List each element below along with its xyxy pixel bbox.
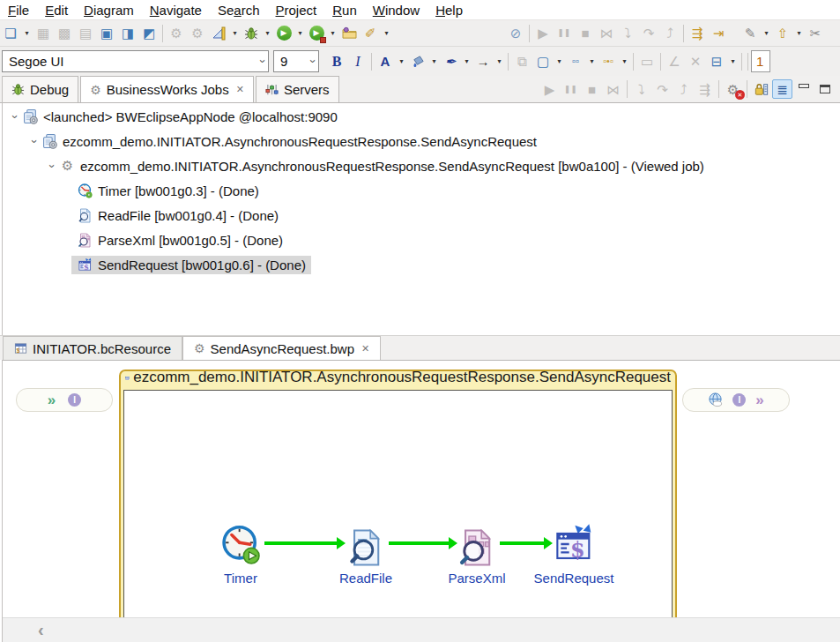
deploy-application-button[interactable]: ◨ (117, 23, 138, 44)
font-color-dropdown[interactable]: ▾ (396, 57, 407, 65)
menu-window[interactable]: Window (365, 0, 427, 19)
measure-button[interactable] (208, 23, 229, 44)
transition-readfile-parsexml[interactable] (389, 541, 449, 545)
font-size-select[interactable]: 9› (273, 50, 319, 72)
distribute-button[interactable]: ▫•▫ (598, 51, 619, 72)
disconnect-job-button[interactable]: ⋈ (603, 79, 623, 99)
menu-navigate[interactable]: Navigate (142, 0, 210, 19)
close-icon[interactable]: ✕ (236, 84, 244, 95)
print-button[interactable]: ▤ (75, 23, 96, 44)
remove-route-button[interactable]: ✕ (685, 51, 706, 72)
step-into-button[interactable]: ⤵ (617, 23, 638, 44)
save-all-button[interactable]: ▩ (54, 23, 75, 44)
step-over-button[interactable]: ↷ (638, 23, 659, 44)
step-return-job-button[interactable]: ⤴ (673, 79, 694, 99)
debug-dropdown[interactable]: ▾ (262, 29, 273, 37)
line-color-button[interactable]: ✒ (440, 51, 461, 72)
stop-job-button[interactable]: ■ (582, 79, 602, 99)
new-wizard-button[interactable]: ❏ (0, 23, 21, 44)
activity-parsexml[interactable] (457, 528, 496, 567)
activity-timer[interactable] (220, 525, 261, 565)
menu-search[interactable]: Search (210, 0, 268, 19)
tree-row-appnode[interactable]: › <launched> BWEclipseAppNode @localhost… (3, 104, 838, 129)
tab-debug[interactable]: Debug (2, 76, 78, 102)
new-dropdown[interactable]: ▾ (21, 29, 33, 37)
menu-run[interactable]: Run (324, 0, 365, 19)
measure-dropdown[interactable]: ▾ (229, 29, 241, 37)
fill-color-dropdown[interactable]: ▾ (428, 57, 440, 65)
suspend-button[interactable]: ❚❚ (554, 23, 575, 44)
info-icon[interactable]: I (732, 393, 746, 407)
clipped-edge-button[interactable]: ✂ (805, 23, 826, 44)
step-return-button[interactable]: ⤴ (659, 23, 680, 44)
line-color-dropdown[interactable]: ▾ (461, 57, 472, 65)
tab-businessworks-jobs[interactable]: ⚙ BusinessWorks Jobs ✕ (80, 76, 254, 102)
menu-file[interactable]: File (0, 0, 37, 19)
suspend-job-button[interactable]: ❚❚ (561, 79, 581, 99)
menu-diagram[interactable]: Diagram (76, 0, 142, 19)
split-view-button[interactable]: ⊟ (706, 51, 727, 72)
commit-button[interactable]: ✎ (740, 23, 761, 44)
chevron-expanded-icon[interactable]: › (9, 109, 22, 123)
font-family-select[interactable]: Segoe UI› (2, 50, 269, 72)
activity-sendrequest[interactable] (553, 523, 595, 565)
profile-launch-button[interactable]: ▶ (306, 23, 327, 44)
clean-diagram-button[interactable]: ✐ (360, 23, 381, 44)
zoom-level-input[interactable]: 1 (751, 50, 770, 72)
green-chevrons-icon[interactable]: » (48, 392, 56, 407)
chevron-expanded-icon[interactable]: › (46, 159, 59, 173)
align-button[interactable]: ▫▫ (565, 51, 586, 72)
menu-help[interactable]: Help (427, 0, 471, 19)
configure-application-button[interactable]: ◩ (138, 23, 160, 44)
globe-cloud-icon[interactable] (708, 392, 723, 407)
clean-dropdown[interactable]: ▾ (381, 29, 392, 37)
minimize-button[interactable] (793, 79, 814, 99)
activity-label-parsexml[interactable]: ParseXml (440, 571, 514, 586)
transition-parsexml-sendrequest[interactable] (500, 541, 544, 545)
run-launch-button[interactable]: ▶ (273, 23, 294, 44)
info-icon[interactable]: I (68, 393, 81, 407)
profile-dropdown[interactable]: ▾ (327, 29, 338, 37)
horizontal-scrollbar[interactable]: ‹ (3, 617, 840, 642)
build-automatically-button[interactable]: ⚙ (187, 23, 208, 44)
resume-button[interactable]: ▶ (532, 23, 554, 44)
close-icon[interactable]: ✕ (361, 343, 369, 355)
job-statistics-button[interactable] (751, 79, 771, 99)
copy-appearance-button[interactable]: ⧉ (511, 51, 532, 72)
terminate-button[interactable]: ■ (575, 23, 596, 44)
tab-sendasyncrequest-bwp[interactable]: ⚙ SendAsyncRequest.bwp ✕ (182, 336, 381, 360)
scroll-left-icon[interactable]: ‹ (38, 620, 44, 640)
show-execution-button[interactable]: ⇶ (687, 23, 708, 44)
tree-layout-toggle[interactable]: ≣ (772, 79, 792, 99)
tab-servers[interactable]: Servers (256, 76, 339, 102)
menu-edit[interactable]: Edit (37, 0, 76, 19)
transition-timer-readfile[interactable] (264, 541, 337, 545)
fill-color-button[interactable] (407, 51, 428, 72)
align-dropdown[interactable]: ▾ (586, 57, 598, 65)
skip-breakpoints-button[interactable]: ⊘ (505, 23, 526, 44)
tree-row-application[interactable]: › ezcomm_demo.INITIATOR.AsynchronousRequ… (3, 129, 838, 153)
tree-row-parsexml[interactable]: ParseXml [bw001g0.5] - (Done) (3, 228, 838, 252)
tab-initiator-bcresource[interactable]: INITIATOR.bcResource (3, 336, 182, 360)
selection-mode-button[interactable]: ▢ (532, 51, 554, 72)
italic-button[interactable]: I (347, 51, 368, 72)
step-into-job-button[interactable]: ⤵ (631, 79, 651, 99)
split-dropdown[interactable]: ▾ (727, 57, 739, 65)
tree-row-timer[interactable]: Timer [bw001g0.3] - (Done) (3, 178, 838, 203)
connector-style-button[interactable]: → (472, 51, 494, 72)
terminate-jobs-button[interactable]: ⚙✕ (723, 79, 743, 99)
resume-job-button[interactable]: ▶ (539, 79, 560, 99)
activity-label-readfile[interactable]: ReadFile (329, 571, 403, 586)
disconnect-button[interactable]: ⋈ (596, 23, 617, 44)
selection-dropdown[interactable]: ▾ (554, 57, 565, 65)
open-resource-button[interactable] (338, 23, 360, 44)
activity-label-sendrequest[interactable]: SendRequest (528, 571, 620, 586)
menu-project[interactable]: Project (268, 0, 325, 19)
process-editor-canvas[interactable]: ezcomm_demo.INITIATOR.AsynchronousReques… (3, 360, 840, 617)
save-button[interactable]: ▦ (33, 23, 54, 44)
move-to-job-button[interactable]: ⇶ (695, 79, 715, 99)
purple-chevrons-icon[interactable]: » (755, 392, 763, 407)
activity-label-timer[interactable]: Timer (214, 571, 267, 586)
run-dropdown[interactable]: ▾ (294, 29, 306, 37)
maximize-button[interactable] (814, 79, 835, 99)
